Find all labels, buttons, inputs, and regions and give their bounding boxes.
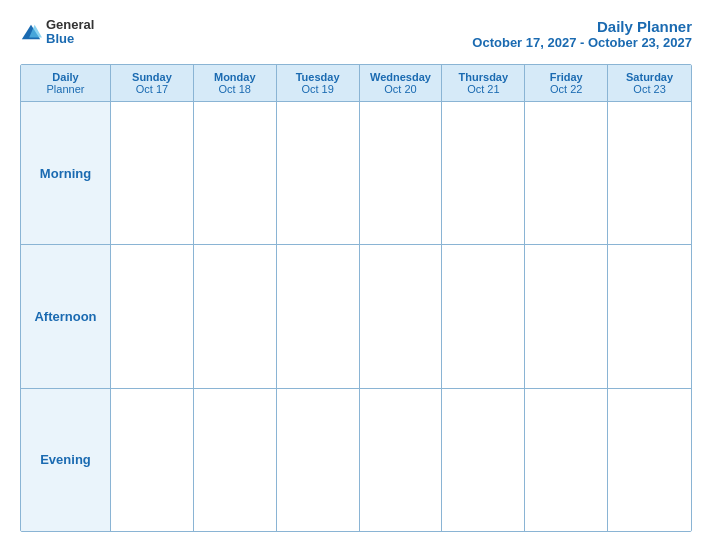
cell-evening-2[interactable] bbox=[277, 389, 360, 531]
logo-blue-text: Blue bbox=[46, 32, 94, 46]
header-cell-monday: MondayOct 18 bbox=[194, 65, 277, 101]
header-day-date-5: Oct 22 bbox=[550, 83, 582, 95]
header-cell-tuesday: TuesdayOct 19 bbox=[277, 65, 360, 101]
cell-evening-5[interactable] bbox=[525, 389, 608, 531]
logo-text: General Blue bbox=[46, 18, 94, 47]
header-day-name-1: Monday bbox=[214, 71, 256, 83]
header-cell-saturday: SaturdayOct 23 bbox=[608, 65, 691, 101]
cell-afternoon-6[interactable] bbox=[608, 245, 691, 387]
header-day-name-3: Wednesday bbox=[370, 71, 431, 83]
calendar: Daily Planner SundayOct 17MondayOct 18Tu… bbox=[20, 64, 692, 532]
cell-morning-6[interactable] bbox=[608, 102, 691, 244]
cell-morning-2[interactable] bbox=[277, 102, 360, 244]
cal-row-evening: Evening bbox=[21, 389, 691, 531]
header-daily: Daily bbox=[52, 71, 78, 83]
header-day-name-4: Thursday bbox=[459, 71, 509, 83]
cell-afternoon-0[interactable] bbox=[111, 245, 194, 387]
header-day-date-2: Oct 19 bbox=[301, 83, 333, 95]
header-day-name-5: Friday bbox=[550, 71, 583, 83]
cal-row-morning: Morning bbox=[21, 102, 691, 245]
logo-icon bbox=[20, 21, 42, 43]
header-day-name-0: Sunday bbox=[132, 71, 172, 83]
row-label-evening: Evening bbox=[21, 389, 111, 531]
header-day-date-3: Oct 20 bbox=[384, 83, 416, 95]
cell-afternoon-3[interactable] bbox=[360, 245, 443, 387]
header-day-date-1: Oct 18 bbox=[219, 83, 251, 95]
header-cell-sunday: SundayOct 17 bbox=[111, 65, 194, 101]
calendar-header-row: Daily Planner SundayOct 17MondayOct 18Tu… bbox=[21, 65, 691, 102]
title-block: Daily Planner October 17, 2027 - October… bbox=[472, 18, 692, 50]
header-cell-thursday: ThursdayOct 21 bbox=[442, 65, 525, 101]
cell-morning-4[interactable] bbox=[442, 102, 525, 244]
planner-date-range: October 17, 2027 - October 23, 2027 bbox=[472, 35, 692, 50]
cell-afternoon-5[interactable] bbox=[525, 245, 608, 387]
header-cell-friday: FridayOct 22 bbox=[525, 65, 608, 101]
header-day-date-4: Oct 21 bbox=[467, 83, 499, 95]
header-cell-wednesday: WednesdayOct 20 bbox=[360, 65, 443, 101]
logo: General Blue bbox=[20, 18, 94, 47]
row-label-morning: Morning bbox=[21, 102, 111, 244]
cell-morning-1[interactable] bbox=[194, 102, 277, 244]
logo-general-text: General bbox=[46, 18, 94, 32]
header-cell-label: Daily Planner bbox=[21, 65, 111, 101]
page: General Blue Daily Planner October 17, 2… bbox=[0, 0, 712, 550]
header-day-date-0: Oct 17 bbox=[136, 83, 168, 95]
cell-morning-0[interactable] bbox=[111, 102, 194, 244]
cell-evening-6[interactable] bbox=[608, 389, 691, 531]
header-day-date-6: Oct 23 bbox=[633, 83, 665, 95]
cell-afternoon-2[interactable] bbox=[277, 245, 360, 387]
header-day-name-2: Tuesday bbox=[296, 71, 340, 83]
cell-evening-0[interactable] bbox=[111, 389, 194, 531]
calendar-body: MorningAfternoonEvening bbox=[21, 102, 691, 531]
cell-evening-1[interactable] bbox=[194, 389, 277, 531]
cell-afternoon-4[interactable] bbox=[442, 245, 525, 387]
header-planner: Planner bbox=[47, 83, 85, 95]
cell-morning-3[interactable] bbox=[360, 102, 443, 244]
header: General Blue Daily Planner October 17, 2… bbox=[20, 18, 692, 50]
cell-evening-4[interactable] bbox=[442, 389, 525, 531]
row-label-afternoon: Afternoon bbox=[21, 245, 111, 387]
header-day-name-6: Saturday bbox=[626, 71, 673, 83]
cell-evening-3[interactable] bbox=[360, 389, 443, 531]
cell-afternoon-1[interactable] bbox=[194, 245, 277, 387]
planner-title: Daily Planner bbox=[472, 18, 692, 35]
cal-row-afternoon: Afternoon bbox=[21, 245, 691, 388]
cell-morning-5[interactable] bbox=[525, 102, 608, 244]
